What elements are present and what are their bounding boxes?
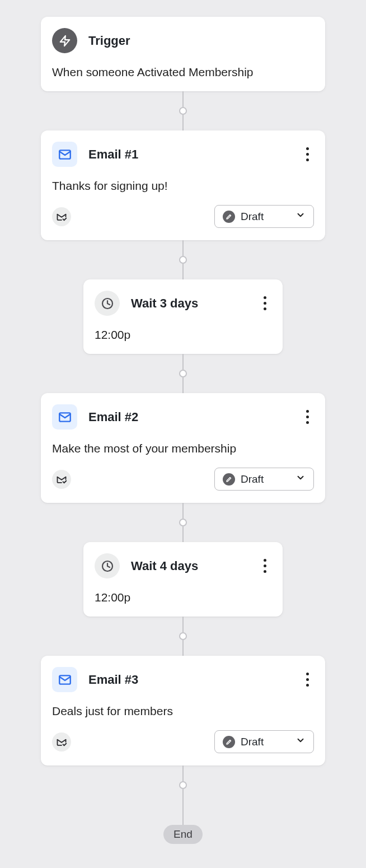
pencil-icon xyxy=(223,473,235,486)
trigger-title: Trigger xyxy=(88,34,130,48)
email-3-card[interactable]: Email #3 Deals just for members Draft xyxy=(41,656,325,766)
add-node[interactable] xyxy=(179,781,187,789)
email-2-description: Make the most of your membership xyxy=(52,442,314,455)
add-node[interactable] xyxy=(179,632,187,640)
clock-icon xyxy=(95,553,120,578)
mail-icon xyxy=(52,404,77,430)
pencil-icon xyxy=(223,211,235,223)
wait-2-card[interactable]: Wait 4 days 12:00p xyxy=(83,542,283,617)
email-1-status-select[interactable]: Draft xyxy=(214,205,314,228)
connector xyxy=(179,617,187,656)
email-3-menu-button[interactable] xyxy=(301,669,314,690)
connector xyxy=(179,766,187,826)
connector xyxy=(179,354,187,393)
email-1-menu-button[interactable] xyxy=(301,144,314,165)
email-2-card[interactable]: Email #2 Make the most of your membershi… xyxy=(41,393,325,503)
wait-2-time: 12:00p xyxy=(95,591,271,604)
wait-1-title: Wait 3 days xyxy=(131,296,198,311)
lightning-icon xyxy=(52,28,77,53)
email-3-status-select[interactable]: Draft xyxy=(214,730,314,753)
pencil-icon xyxy=(223,736,235,748)
clock-icon xyxy=(95,291,120,316)
wait-1-card[interactable]: Wait 3 days 12:00p xyxy=(83,279,283,354)
mail-sent-icon xyxy=(52,732,71,752)
email-1-card[interactable]: Email #1 Thanks for signing up! Draft xyxy=(41,130,325,240)
mail-icon xyxy=(52,142,77,167)
svg-marker-0 xyxy=(60,35,69,45)
wait-2-menu-button[interactable] xyxy=(258,556,271,576)
wait-1-time: 12:00p xyxy=(95,328,271,342)
add-node[interactable] xyxy=(179,519,187,526)
email-3-status-label: Draft xyxy=(241,736,264,748)
email-1-status-label: Draft xyxy=(241,211,264,223)
add-node[interactable] xyxy=(179,107,187,115)
mail-sent-icon xyxy=(52,207,71,226)
email-3-description: Deals just for members xyxy=(52,704,314,718)
email-2-menu-button[interactable] xyxy=(301,407,314,427)
end-label: End xyxy=(163,825,203,844)
email-2-title: Email #2 xyxy=(88,410,138,424)
wait-2-title: Wait 4 days xyxy=(131,559,198,573)
email-1-title: Email #1 xyxy=(88,147,138,162)
wait-1-menu-button[interactable] xyxy=(258,293,271,314)
email-3-title: Email #3 xyxy=(88,673,138,687)
add-node[interactable] xyxy=(179,256,187,264)
trigger-description: When someone Activated Membership xyxy=(52,66,314,79)
email-2-status-select[interactable]: Draft xyxy=(214,468,314,491)
email-1-description: Thanks for signing up! xyxy=(52,179,314,193)
trigger-card[interactable]: Trigger When someone Activated Membershi… xyxy=(41,17,325,91)
chevron-down-icon xyxy=(295,473,306,486)
connector xyxy=(179,91,187,130)
mail-icon xyxy=(52,667,77,692)
add-node[interactable] xyxy=(179,370,187,377)
automation-flow: Trigger When someone Activated Membershi… xyxy=(0,17,366,844)
mail-sent-icon xyxy=(52,470,71,489)
connector xyxy=(179,240,187,279)
chevron-down-icon xyxy=(295,210,306,223)
chevron-down-icon xyxy=(295,735,306,748)
email-2-status-label: Draft xyxy=(241,473,264,486)
connector xyxy=(179,503,187,542)
